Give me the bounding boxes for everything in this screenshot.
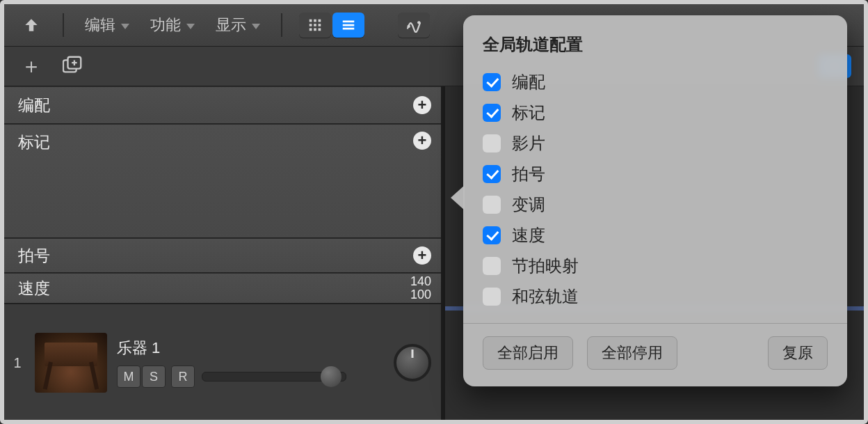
checkbox-3[interactable] [483, 165, 501, 183]
checklist-label-3: 拍号 [512, 163, 545, 185]
global-track-marker-label: 标记 [18, 132, 50, 153]
add-track-button[interactable]: ＋ [17, 54, 46, 78]
duplicate-track-button[interactable] [63, 56, 83, 77]
popover-title: 全局轨道配置 [483, 33, 828, 56]
menu-edit[interactable]: 编辑 [81, 12, 134, 38]
global-tracks-popover: 全局轨道配置 编配标记影片拍号变调速度节拍映射和弦轨道 全部启用 全部停用 复原 [463, 15, 847, 386]
checklist-label-2: 影片 [512, 132, 545, 155]
mute-button[interactable]: M [117, 366, 140, 388]
toolbar-divider [63, 13, 64, 37]
checkbox-5[interactable] [483, 226, 501, 244]
track-instrument-icon[interactable] [35, 333, 107, 393]
checklist-label-7: 和弦轨道 [512, 285, 579, 308]
menu-functions-label: 功能 [150, 15, 181, 36]
tempo-high: 140 [410, 275, 431, 288]
track-header-pane: 编配 + 标记 + 拍号 + 速度 140 100 [4, 86, 445, 421]
global-track-marker[interactable]: 标记 + [4, 124, 441, 238]
global-track-tempo-label: 速度 [18, 278, 50, 299]
checklist-label-1: 标记 [512, 102, 545, 124]
view-grid-button[interactable] [299, 13, 331, 38]
global-track-signature[interactable]: 拍号 + [4, 238, 441, 273]
checklist-label-6: 节拍映射 [512, 255, 579, 277]
track-controls: M S R [117, 366, 346, 388]
app-inner: 编辑 功能 显示 [4, 4, 864, 420]
chevron-down-icon [121, 24, 129, 29]
menu-functions[interactable]: 功能 [146, 12, 199, 38]
svg-point-1 [417, 21, 420, 24]
menu-view[interactable]: 显示 [211, 12, 264, 38]
checkbox-7[interactable] [483, 288, 501, 306]
volume-slider[interactable] [202, 372, 346, 382]
enable-all-button[interactable]: 全部启用 [483, 336, 573, 370]
track-name[interactable]: 乐器 1 [117, 338, 346, 359]
add-marker-button[interactable]: + [413, 132, 431, 150]
track-row[interactable]: 1 乐器 1 M S R [4, 304, 441, 421]
checklist-label-5: 速度 [512, 224, 545, 246]
global-track-tempo[interactable]: 速度 140 100 [4, 273, 441, 304]
checkbox-1[interactable] [483, 104, 501, 122]
checklist-item-5[interactable]: 速度 [483, 220, 828, 251]
app-window: 编辑 功能 显示 [0, 0, 868, 424]
automation-toggle[interactable] [398, 13, 430, 38]
checklist-item-1[interactable]: 标记 [483, 97, 828, 128]
track-index: 1 [10, 355, 25, 371]
chevron-down-icon [186, 24, 195, 29]
checklist-label-4: 变调 [512, 194, 545, 216]
checkbox-4[interactable] [483, 196, 501, 214]
view-mode-group [299, 13, 364, 38]
tempo-range: 140 100 [410, 275, 431, 301]
global-track-arrange[interactable]: 编配 + [4, 86, 441, 124]
checklist-label-0: 编配 [512, 71, 545, 93]
checklist-item-6[interactable]: 节拍映射 [483, 251, 828, 281]
tempo-low: 100 [410, 288, 431, 301]
menu-edit-label: 编辑 [85, 15, 115, 36]
back-up-button[interactable] [17, 13, 46, 37]
revert-button[interactable]: 复原 [768, 336, 828, 370]
menu-view-label: 显示 [216, 15, 246, 36]
checklist-item-0[interactable]: 编配 [483, 67, 828, 97]
solo-button[interactable]: S [142, 366, 166, 388]
global-track-signature-label: 拍号 [18, 245, 50, 267]
record-enable-button[interactable]: R [171, 366, 195, 388]
global-track-arrange-label: 编配 [18, 95, 50, 116]
volume-thumb[interactable] [321, 366, 341, 387]
checkbox-0[interactable] [483, 73, 501, 91]
popover-arrow [451, 185, 465, 210]
checkbox-2[interactable] [483, 134, 501, 152]
checklist-item-7[interactable]: 和弦轨道 [483, 281, 828, 312]
checklist-item-2[interactable]: 影片 [483, 128, 828, 159]
popover-divider [463, 323, 847, 324]
toolbar-divider [281, 13, 282, 37]
add-signature-button[interactable]: + [413, 246, 431, 265]
checklist-item-3[interactable]: 拍号 [483, 159, 828, 189]
view-list-button[interactable] [332, 13, 364, 38]
disable-all-button[interactable]: 全部停用 [587, 336, 677, 370]
track-msr-group: M S R [117, 366, 195, 388]
popover-buttons: 全部启用 全部停用 复原 [483, 336, 828, 370]
track-info: 乐器 1 M S R [117, 338, 346, 388]
pan-knob[interactable] [394, 344, 431, 382]
checkbox-6[interactable] [483, 257, 501, 275]
add-arrange-marker-button[interactable]: + [413, 96, 431, 114]
checklist-item-4[interactable]: 变调 [483, 189, 828, 220]
svg-point-0 [407, 25, 410, 28]
popover-checklist: 编配标记影片拍号变调速度节拍映射和弦轨道 [483, 67, 828, 312]
chevron-down-icon [252, 24, 260, 29]
